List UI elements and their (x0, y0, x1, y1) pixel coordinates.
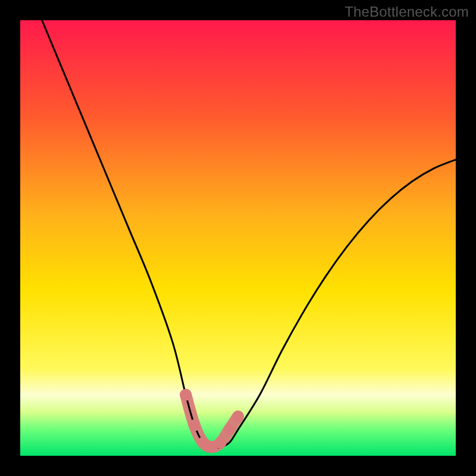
chart-svg (20, 20, 456, 456)
valley-marker-dot (180, 389, 192, 401)
valley-marker-dot (232, 411, 244, 422)
valley-marker-dot (215, 437, 227, 449)
valley-marker-dot (189, 419, 201, 431)
valley-marker-dot (223, 424, 235, 436)
outer-frame: TheBottleneck.com (0, 0, 476, 476)
watermark-text: TheBottleneck.com (345, 4, 469, 20)
bottleneck-curve-path (42, 20, 456, 447)
